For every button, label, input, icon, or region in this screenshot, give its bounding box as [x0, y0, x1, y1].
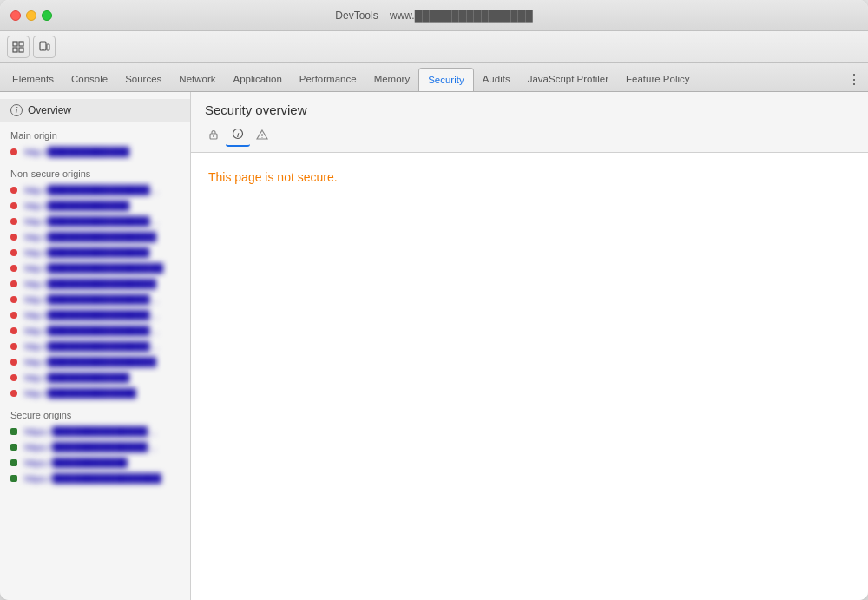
toolbar [0, 31, 868, 63]
svg-rect-6 [47, 44, 49, 50]
tab-network[interactable]: Network [170, 67, 224, 91]
tab-application[interactable]: Application [225, 67, 291, 91]
origin-dot-green [10, 459, 17, 466]
list-item[interactable]: http://████████████ [0, 198, 190, 214]
origin-dot-green [10, 475, 17, 482]
main-origin-label: Main origin [0, 122, 190, 144]
tab-bar: Elements Console Sources Network Applica… [0, 63, 868, 92]
window-title: DevTools – www.████████████████ [335, 10, 532, 22]
close-button[interactable] [10, 10, 21, 21]
non-secure-origin-url: http://███████████████ [24, 247, 149, 258]
svg-rect-3 [19, 48, 23, 52]
non-secure-origins-label: Non-secure origins [0, 160, 190, 182]
main-origin-url: http://████████████ [24, 147, 129, 157]
sidebar-overview-label: Overview [28, 104, 71, 116]
non-secure-origin-url: http://████████████ [24, 373, 129, 383]
non-secure-origin-url: http://████████████████████ [24, 185, 163, 195]
list-item[interactable]: http://███████████████████ [0, 214, 190, 229]
security-content-area: This page is not secure. [191, 153, 868, 600]
not-secure-message: This page is not secure. [208, 170, 851, 184]
non-secure-origin-url: http://███████████████████ [24, 310, 163, 320]
tab-console[interactable]: Console [62, 67, 116, 91]
non-secure-origin-url: http://███████████████████ [24, 216, 163, 227]
tab-sources[interactable]: Sources [116, 67, 170, 91]
device-toolbar-button[interactable] [33, 36, 56, 58]
warning-filter-button[interactable] [250, 122, 274, 147]
svg-text:i: i [237, 131, 240, 139]
origin-dot-red [10, 218, 17, 225]
origin-dot-green [10, 428, 17, 435]
tab-security[interactable]: Security [418, 68, 474, 92]
security-overview-title: Security overview [191, 92, 868, 117]
inspect-element-button[interactable] [7, 36, 30, 58]
right-panel: Security overview i [191, 92, 868, 600]
non-secure-origin-url: http://██████████████████ [24, 326, 163, 336]
origin-dot-red [10, 312, 17, 319]
secure-origin-url: https://███████████ [24, 458, 128, 468]
secure-origin-url: https://████████████████ [24, 473, 161, 484]
list-item[interactable]: https://██████████████████ [0, 439, 190, 455]
origin-dot-red [10, 390, 17, 397]
list-item[interactable]: https://███████████ [0, 455, 190, 471]
list-item[interactable]: http://█████████████ [0, 386, 190, 401]
list-item[interactable]: http://████████████████ [0, 229, 190, 245]
origin-dot-red [10, 327, 17, 334]
origin-dot-red [10, 343, 17, 350]
list-item[interactable]: http://████████████████ [0, 354, 190, 370]
minimize-button[interactable] [26, 10, 36, 21]
non-secure-origin-url: http://█████████████ [24, 388, 136, 399]
svg-rect-1 [13, 48, 17, 52]
origin-dot-green [10, 444, 17, 451]
list-item[interactable]: http://██████████████████ [0, 323, 190, 339]
tab-memory[interactable]: Memory [365, 67, 419, 91]
maximize-button[interactable] [42, 10, 52, 21]
origin-dot-red [10, 359, 17, 366]
origin-dot-red [10, 249, 17, 256]
tab-performance[interactable]: Performance [291, 67, 365, 91]
lock-filter-button[interactable] [201, 122, 226, 147]
sidebar-overview[interactable]: i Overview [0, 99, 190, 122]
non-secure-origin-url: http://████████████████ [24, 232, 156, 242]
non-secure-origin-url: http://████████████████ [24, 357, 156, 367]
security-icons-bar: i [191, 117, 868, 152]
origin-dot-red [10, 296, 17, 303]
list-item[interactable]: http://████████████████ [0, 276, 190, 292]
tab-js-profiler[interactable]: JavaScript Profiler [519, 67, 617, 91]
svg-rect-0 [13, 42, 17, 46]
origin-dot-red [10, 265, 17, 272]
list-item[interactable]: http://███████████████████ [0, 339, 190, 354]
list-item[interactable]: http://███████████████ [0, 245, 190, 260]
svg-rect-2 [19, 42, 23, 46]
origin-dot-red [10, 148, 17, 155]
secure-origins-label: Secure origins [0, 401, 190, 424]
svg-point-8 [213, 135, 214, 137]
info-filter-button[interactable]: i [226, 122, 250, 147]
non-secure-origin-url: http://████████████████ [24, 279, 156, 289]
list-item[interactable]: https://████████████████ [0, 471, 190, 486]
origin-dot-red [10, 187, 17, 194]
non-secure-origin-url: http://███████████████████ [24, 294, 163, 305]
devtools-window: DevTools – www.████████████████ Elements… [0, 0, 868, 600]
svg-point-12 [261, 137, 262, 138]
main-origin-item[interactable]: http://████████████ [0, 144, 190, 160]
secure-origin-url: https://██████████████████ [24, 442, 163, 452]
origin-dot-red [10, 374, 17, 381]
non-secure-origin-url: http://███████████████████ [24, 341, 163, 352]
list-item[interactable]: https://██████████████████ [0, 424, 190, 439]
tab-audits[interactable]: Audits [474, 67, 519, 91]
list-item[interactable]: http://███████████████████ [0, 307, 190, 323]
list-item[interactable]: http://████████████████████ [0, 182, 190, 198]
list-item[interactable]: http://███████████████████ [0, 292, 190, 307]
more-tabs-button[interactable]: ⋮ [844, 67, 865, 91]
non-secure-origin-url: http://████████████ [24, 201, 129, 211]
tab-feature-policy[interactable]: Feature Policy [617, 67, 699, 91]
origin-dot-red [10, 280, 17, 287]
tab-elements[interactable]: Elements [3, 67, 62, 91]
overview-info-icon: i [10, 104, 23, 116]
origin-dot-red [10, 234, 17, 241]
sidebar: i Overview Main origin http://██████████… [0, 92, 191, 600]
list-item[interactable]: http://█████████████████ [0, 260, 190, 276]
list-item[interactable]: http://████████████ [0, 370, 190, 386]
traffic-lights [10, 10, 52, 21]
main-content: i Overview Main origin http://██████████… [0, 92, 868, 600]
